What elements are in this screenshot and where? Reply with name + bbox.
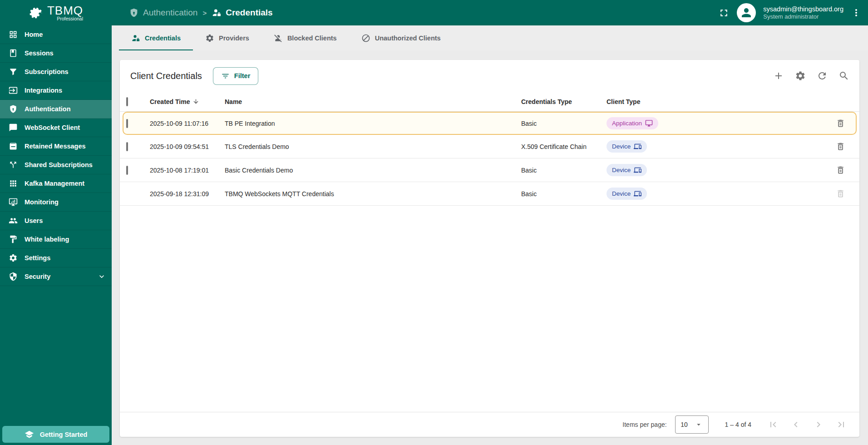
client-type-badge: Device [607,164,647,176]
avatar[interactable] [737,3,756,22]
tab-credentials[interactable]: Credentials [119,25,193,50]
users-icon [9,216,18,225]
block-icon [361,34,370,43]
tab-blocked-clients[interactable]: Blocked Clients [261,25,349,50]
delete-icon[interactable] [831,138,849,156]
sidebar-item-authentication[interactable]: Authentication [0,100,112,119]
sidebar-item-users[interactable]: Users [0,212,112,230]
sidebar-item-websocket-client[interactable]: WebSocket Client [0,119,112,137]
breadcrumb-credentials-label: Credentials [226,8,272,18]
sidebar-item-integrations[interactable]: Integrations [0,81,112,100]
cell-created-time: 2025-09-18 12:31:09 [150,190,225,198]
table-row[interactable]: 2025-10-09 11:07:16TB PE IntegrationBasi… [123,112,857,135]
call-split-icon [9,160,18,169]
sidebar-item-settings[interactable]: Settings [0,249,112,267]
sidebar: HomeSessionsSubscriptionsIntegrationsAut… [0,25,112,445]
badge-label: Device [612,143,631,150]
sidebar-nav: HomeSessionsSubscriptionsIntegrationsAut… [0,25,112,286]
refresh-icon[interactable] [811,65,833,87]
devices-icon [634,166,641,174]
tab-label: Blocked Clients [287,35,337,42]
sidebar-item-label: Kafka Management [25,180,84,187]
cell-name: TB PE Integration [225,120,521,127]
client-credentials-card: Client Credentials Filter Created Time N… [120,60,859,437]
person-lock-icon [212,8,222,18]
breadcrumb-credentials[interactable]: Credentials [212,8,272,18]
kebab-menu-icon[interactable] [851,7,862,18]
page-size-select[interactable]: 10 [675,415,709,434]
sidebar-item-label: WebSocket Client [25,124,80,131]
tab-unauthorized-clients[interactable]: Unauthorized Clients [349,25,453,50]
user-info[interactable]: sysadmin@thingsboard.org System administ… [763,5,843,20]
column-header-client-type[interactable]: Client Type [607,98,831,105]
table-row[interactable]: 2025-10-08 17:19:01Basic Credentials Dem… [120,158,859,182]
row-checkbox[interactable] [126,166,128,175]
table-row[interactable]: 2025-10-09 09:54:51TLS Credentials DemoX… [120,135,859,158]
card-header: Client Credentials Filter [120,60,859,92]
cell-created-time: 2025-10-09 09:54:51 [150,143,225,150]
table-header: Created Time Name Credentials Type Clien… [120,92,859,112]
sidebar-item-label: Settings [25,254,50,262]
delete-icon[interactable] [831,114,849,133]
sidebar-item-label: Users [25,217,43,224]
add-icon[interactable] [768,65,789,87]
sidebar-item-sessions[interactable]: Sessions [0,44,112,63]
tbmq-logo[interactable]: TBMQ Professional [0,5,112,21]
getting-started-button[interactable]: Getting Started [2,426,109,443]
user-email: sysadmin@thingsboard.org [763,5,843,13]
row-checkbox[interactable] [126,142,128,151]
sidebar-item-label: Home [25,31,43,38]
column-header-created-time[interactable]: Created Time [150,98,225,105]
sidebar-item-label: Subscriptions [25,68,69,75]
fullscreen-icon[interactable] [718,7,730,19]
breadcrumb-separator: > [202,9,207,17]
breadcrumb-authentication-label: Authentication [143,8,197,18]
sidebar-item-subscriptions[interactable]: Subscriptions [0,63,112,81]
sidebar-item-shared-subscriptions[interactable]: Shared Subscriptions [0,156,112,174]
sidebar-item-retained-messages[interactable]: Retained Messages [0,137,112,156]
apps-grid-icon [9,179,18,188]
sidebar-item-security[interactable]: Security [0,267,112,286]
delete-icon[interactable] [831,161,849,179]
pagination-bar: Items per page: 10 1 – 4 of 4 [120,412,859,437]
items-per-page-label: Items per page: [622,421,666,428]
tab-bar: CredentialsProvidersBlocked ClientsUnaut… [112,25,868,50]
cell-credentials-type: Basic [521,120,607,127]
column-header-credentials-type[interactable]: Credentials Type [521,98,607,105]
select-all-checkbox[interactable] [126,97,128,106]
sidebar-item-monitoring[interactable]: Monitoring [0,193,112,212]
row-checkbox[interactable] [126,119,128,128]
table-row[interactable]: 2025-09-18 12:31:09TBMQ WebSockets MQTT … [120,182,859,206]
sidebar-item-home[interactable]: Home [0,25,112,44]
filter-button[interactable]: Filter [213,67,258,85]
tab-providers[interactable]: Providers [193,25,261,50]
tab-label: Providers [219,35,249,42]
cell-created-time: 2025-10-09 11:07:16 [150,120,225,127]
next-page-icon[interactable] [812,418,825,431]
sidebar-item-label: Security [25,273,50,280]
chevron-down-icon [695,420,703,429]
badge-label: Device [612,190,631,197]
table-columns-icon[interactable] [789,65,811,87]
sidebar-item-white-labeling[interactable]: White labeling [0,230,112,249]
brand-edition: Professional [57,16,83,21]
cell-credentials-type: X.509 Certificate Chain [521,143,607,150]
main-content: Client Credentials Filter Created Time N… [112,50,868,445]
topbar-right: sysadmin@thingsboard.org System administ… [718,3,868,22]
first-page-icon[interactable] [767,418,779,431]
table-toolbar [768,65,855,87]
search-icon[interactable] [833,65,855,87]
breadcrumb-authentication[interactable]: Authentication [129,8,197,18]
devices-icon [634,190,641,198]
badge-label: Application [612,120,642,127]
sidebar-item-kafka-management[interactable]: Kafka Management [0,174,112,193]
shield-lock-icon [9,104,18,114]
last-page-icon[interactable] [835,418,848,431]
security-shield-icon [9,272,18,281]
cell-created-time: 2025-10-08 17:19:01 [150,167,225,174]
sessions-book-icon [9,49,18,58]
column-header-name[interactable]: Name [225,98,521,105]
filter-list-icon [221,72,230,80]
prev-page-icon[interactable] [789,418,802,431]
sidebar-item-label: Monitoring [25,198,59,206]
